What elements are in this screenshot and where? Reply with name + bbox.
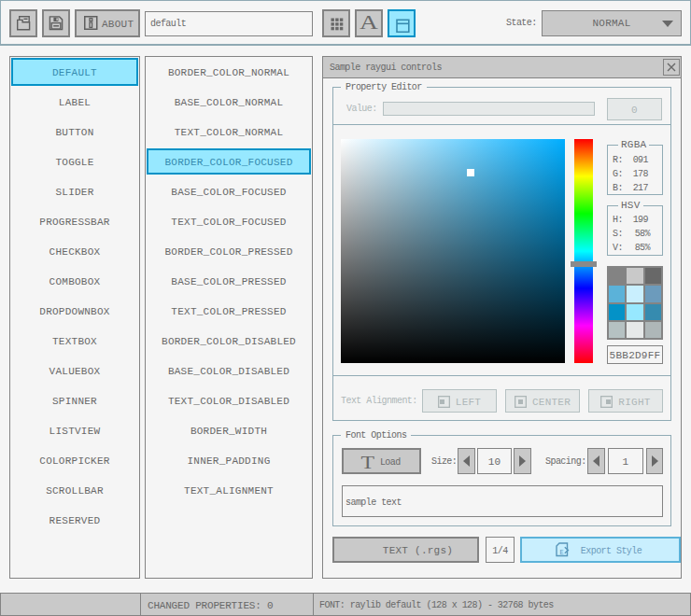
svg-text:E: E bbox=[559, 549, 563, 556]
